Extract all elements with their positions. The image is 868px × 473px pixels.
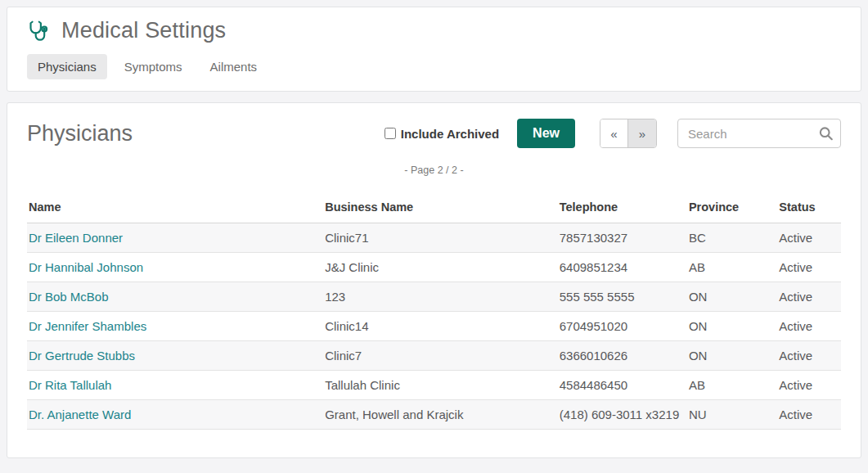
physician-name-cell: Dr Bob McBob <box>27 282 323 312</box>
prev-page-button[interactable]: « <box>600 119 628 147</box>
province-cell: NU <box>687 400 777 430</box>
next-page-button[interactable]: » <box>628 119 656 147</box>
physicians-panel: Physicians Include Archived New « » - Pa… <box>7 102 861 458</box>
physician-name-link[interactable]: Dr Gertrude Stubbs <box>29 349 135 363</box>
business-name-cell: Tallulah Clinic <box>323 371 558 400</box>
province-cell: ON <box>687 341 777 371</box>
physician-name-cell: Dr Eileen Donner <box>27 223 323 253</box>
page-title: Medical Settings <box>61 18 226 43</box>
include-archived-control[interactable]: Include Archived <box>385 127 499 141</box>
status-cell: Active <box>777 400 841 430</box>
business-name-cell: Clinic71 <box>323 223 558 253</box>
status-cell: Active <box>777 312 841 341</box>
physician-name-cell: Dr. Anjanette Ward <box>27 400 323 430</box>
status-cell: Active <box>777 341 841 371</box>
new-button[interactable]: New <box>517 119 575 148</box>
stethoscope-icon <box>27 19 52 43</box>
business-name-cell: Clinic7 <box>323 341 558 371</box>
tab-physicians[interactable]: Physicians <box>27 54 107 79</box>
table-row: Dr Jennifer ShamblesClinic146704951020ON… <box>27 312 841 341</box>
physician-name-link[interactable]: Dr Eileen Donner <box>29 231 123 245</box>
column-header-telephone: Telephone <box>558 194 687 223</box>
include-archived-checkbox[interactable] <box>385 128 396 139</box>
physician-name-link[interactable]: Dr Jennifer Shambles <box>29 319 146 333</box>
pagination-group: « » <box>600 119 657 148</box>
page-indicator: - Page 2 / 2 - <box>27 164 841 176</box>
status-cell: Active <box>777 253 841 282</box>
physician-name-link[interactable]: Dr Bob McBob <box>29 290 109 304</box>
panel-toolbar: Physicians Include Archived New « » <box>27 119 841 148</box>
column-header-business-name: Business Name <box>323 194 558 223</box>
include-archived-label: Include Archived <box>401 127 499 141</box>
table-row: Dr. Anjanette WardGrant, Howell and Kraj… <box>27 400 841 430</box>
business-name-cell: Grant, Howell and Krajcik <box>323 400 558 430</box>
province-cell: ON <box>687 312 777 341</box>
table-row: Dr Hannibal JohnsonJ&J Clinic6409851234A… <box>27 253 841 282</box>
physician-name-cell: Dr Gertrude Stubbs <box>27 341 323 371</box>
table-row: Dr Gertrude StubbsClinic76366010626ONAct… <box>27 341 841 371</box>
status-cell: Active <box>777 223 841 253</box>
physician-name-link[interactable]: Dr Hannibal Johnson <box>29 260 143 274</box>
toolbar-controls: Include Archived New « » <box>385 119 841 148</box>
status-cell: Active <box>777 371 841 400</box>
tab-symptoms[interactable]: Symptoms <box>114 54 193 79</box>
telephone-cell: 6704951020 <box>558 312 687 341</box>
business-name-cell: 123 <box>323 282 558 312</box>
telephone-cell: 6409851234 <box>558 253 687 282</box>
province-cell: AB <box>687 253 777 282</box>
table-row: Dr Bob McBob123555 555 5555ONActive <box>27 282 841 312</box>
physician-name-link[interactable]: Dr. Anjanette Ward <box>29 408 131 421</box>
telephone-cell: 555 555 5555 <box>558 282 687 312</box>
telephone-cell: 4584486450 <box>558 371 687 400</box>
column-header-province: Province <box>687 194 777 223</box>
physician-name-cell: Dr Rita Tallulah <box>27 371 323 400</box>
business-name-cell: Clinic14 <box>323 312 558 341</box>
search-box <box>677 119 841 148</box>
telephone-cell: (418) 609-3011 x3219 <box>558 400 687 430</box>
physicians-table: NameBusiness NameTelephoneProvinceStatus… <box>27 194 841 430</box>
table-body: Dr Eileen DonnerClinic717857130327BCActi… <box>27 223 841 430</box>
province-cell: ON <box>687 282 777 312</box>
app-header-card: Medical Settings PhysiciansSymptomsAilme… <box>7 7 861 92</box>
column-header-name: Name <box>27 194 323 223</box>
telephone-cell: 6366010626 <box>558 341 687 371</box>
column-header-status: Status <box>777 194 841 223</box>
panel-title: Physicians <box>27 121 385 146</box>
physician-name-cell: Dr Hannibal Johnson <box>27 253 323 282</box>
app-title-row: Medical Settings <box>27 18 841 43</box>
province-cell: AB <box>687 371 777 400</box>
physician-name-cell: Dr Jennifer Shambles <box>27 312 323 341</box>
tab-ailments[interactable]: Ailments <box>200 54 268 79</box>
business-name-cell: J&J Clinic <box>323 253 558 282</box>
search-input[interactable] <box>677 119 841 148</box>
tab-bar: PhysiciansSymptomsAilments <box>27 54 841 79</box>
telephone-cell: 7857130327 <box>558 223 687 253</box>
table-header-row: NameBusiness NameTelephoneProvinceStatus <box>27 194 841 223</box>
status-cell: Active <box>777 282 841 312</box>
province-cell: BC <box>687 223 777 253</box>
physician-name-link[interactable]: Dr Rita Tallulah <box>29 378 111 392</box>
table-row: Dr Eileen DonnerClinic717857130327BCActi… <box>27 223 841 253</box>
table-row: Dr Rita TallulahTallulah Clinic458448645… <box>27 371 841 400</box>
